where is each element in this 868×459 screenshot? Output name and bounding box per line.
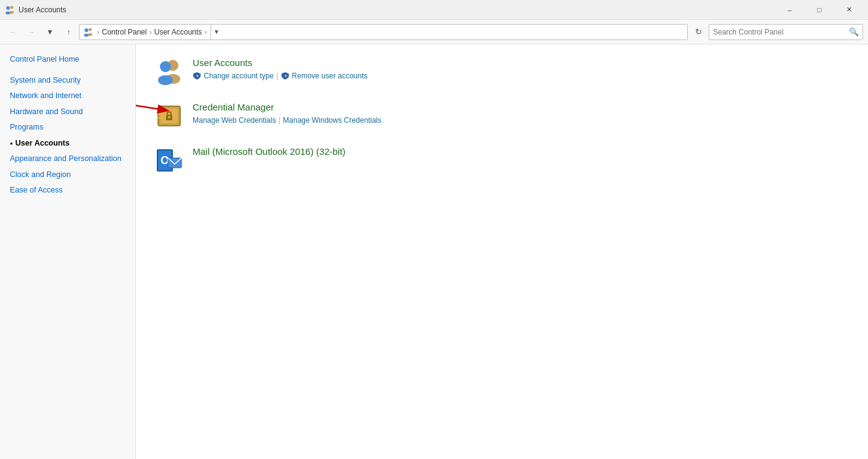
active-bullet: ● bbox=[10, 140, 13, 147]
sidebar-item-hardware-sound[interactable]: Hardware and Sound bbox=[0, 104, 135, 120]
sidebar: Control Panel Home System and Security N… bbox=[0, 44, 136, 459]
manage-web-credentials-link[interactable]: Manage Web Credentials bbox=[193, 116, 276, 125]
change-account-type-link[interactable]: Change account type bbox=[204, 72, 273, 80]
credential-manager-content: Credential Manager Manage Web Credential… bbox=[193, 101, 849, 125]
up-button[interactable]: ↑ bbox=[61, 24, 77, 40]
forward-icon: → bbox=[28, 28, 35, 36]
address-path[interactable]: › Control Panel › User Accounts › ▼ bbox=[79, 24, 688, 40]
breadcrumb-user-accounts[interactable]: User Accounts bbox=[154, 28, 202, 36]
credential-manager-icon bbox=[154, 101, 184, 131]
minimize-button[interactable]: – bbox=[775, 0, 804, 20]
maximize-button[interactable]: □ bbox=[805, 0, 833, 20]
user-accounts-links: ★ Change account type | ★ Remove user ac… bbox=[193, 72, 849, 80]
sidebar-item-programs[interactable]: Programs bbox=[0, 120, 135, 136]
breadcrumb-sep-3: › bbox=[204, 28, 207, 36]
title-bar: User Accounts – □ ✕ bbox=[0, 0, 868, 20]
breadcrumb-sep-2: › bbox=[149, 28, 152, 36]
title-bar-icon bbox=[5, 5, 15, 15]
sidebar-item-user-accounts[interactable]: ● User Accounts bbox=[0, 136, 135, 152]
back-icon: ← bbox=[9, 28, 17, 36]
shield-icon-2: ★ bbox=[281, 72, 290, 80]
mail-content: Mail (Microsoft Outlook 2016) (32-bit) bbox=[193, 146, 849, 160]
sidebar-item-system-security[interactable]: System and Security bbox=[0, 73, 135, 89]
search-input[interactable] bbox=[713, 28, 846, 36]
svg-point-17 bbox=[168, 116, 170, 118]
svg-rect-19 bbox=[158, 114, 161, 115]
section-mail: O Mail (Microsoft Outlook 2016) (32-bit) bbox=[154, 146, 849, 175]
user-accounts-title[interactable]: User Accounts bbox=[193, 57, 849, 69]
content-area: User Accounts ★ Change account type | ★ … bbox=[136, 44, 868, 459]
credential-manager-links: Manage Web Credentials | Manage Windows … bbox=[193, 116, 849, 125]
user-accounts-icon bbox=[154, 57, 184, 86]
breadcrumb-control-panel[interactable]: Control Panel bbox=[102, 28, 147, 36]
search-icon: 🔍 bbox=[849, 27, 859, 36]
up-icon: ↑ bbox=[67, 28, 70, 36]
svg-point-0 bbox=[6, 6, 10, 10]
refresh-icon: ↻ bbox=[695, 27, 702, 36]
back-button[interactable]: ← bbox=[5, 24, 21, 40]
svg-point-11 bbox=[158, 75, 173, 85]
svg-rect-18 bbox=[158, 110, 161, 111]
address-dropdown-btn[interactable]: ▼ bbox=[211, 24, 222, 40]
sidebar-item-clock-region[interactable]: Clock and Region bbox=[0, 167, 135, 183]
credential-manager-title[interactable]: Credential Manager bbox=[193, 101, 849, 114]
svg-point-3 bbox=[10, 10, 14, 13]
link-sep-2: | bbox=[278, 116, 280, 125]
shield-icon-1: ★ bbox=[193, 72, 201, 80]
breadcrumb-sep-1: › bbox=[97, 28, 99, 36]
mail-title[interactable]: Mail (Microsoft Outlook 2016) (32-bit) bbox=[193, 146, 849, 158]
svg-point-6 bbox=[89, 28, 92, 31]
address-path-icon bbox=[83, 27, 93, 37]
dropdown-icon: ▼ bbox=[46, 28, 54, 36]
sidebar-item-appearance[interactable]: Appearance and Personalization bbox=[0, 151, 135, 167]
svg-point-2 bbox=[10, 6, 14, 9]
sidebar-item-network-internet[interactable]: Network and Internet bbox=[0, 88, 135, 104]
section-user-accounts: User Accounts ★ Change account type | ★ … bbox=[154, 57, 849, 86]
manage-windows-credentials-link[interactable]: Manage Windows Credentials bbox=[283, 116, 381, 125]
title-bar-title: User Accounts bbox=[19, 6, 775, 14]
user-accounts-content: User Accounts ★ Change account type | ★ … bbox=[193, 57, 849, 80]
section-credential-manager: Credential Manager Manage Web Credential… bbox=[154, 101, 849, 131]
main-layout: Control Panel Home System and Security N… bbox=[0, 44, 868, 459]
search-box[interactable]: 🔍 bbox=[709, 24, 863, 40]
title-bar-controls: – □ ✕ bbox=[775, 0, 863, 20]
sidebar-item-ease-of-access[interactable]: Ease of Access bbox=[0, 183, 135, 199]
address-bar: ← → ▼ ↑ › Control Panel › User Accounts … bbox=[0, 20, 868, 44]
svg-point-4 bbox=[85, 28, 88, 32]
link-sep-1: | bbox=[276, 72, 278, 80]
forward-button[interactable]: → bbox=[23, 24, 40, 40]
svg-point-10 bbox=[160, 61, 171, 72]
remove-user-accounts-link[interactable]: Remove user accounts bbox=[292, 72, 368, 80]
refresh-button[interactable]: ↻ bbox=[690, 24, 706, 40]
svg-point-7 bbox=[88, 33, 93, 35]
close-button[interactable]: ✕ bbox=[835, 0, 863, 20]
dropdown-history-button[interactable]: ▼ bbox=[42, 24, 58, 40]
mail-icon: O bbox=[154, 146, 184, 175]
sidebar-item-control-panel-home[interactable]: Control Panel Home bbox=[0, 52, 135, 68]
svg-rect-20 bbox=[158, 117, 161, 118]
